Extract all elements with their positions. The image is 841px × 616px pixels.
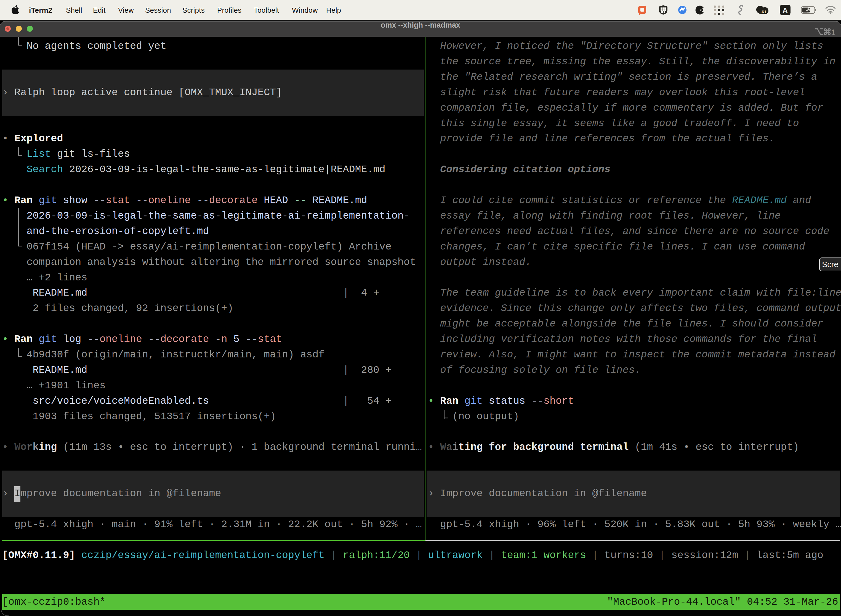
svg-text:1: 1: [831, 28, 835, 37]
svg-text:..61: ..61: [759, 9, 766, 14]
